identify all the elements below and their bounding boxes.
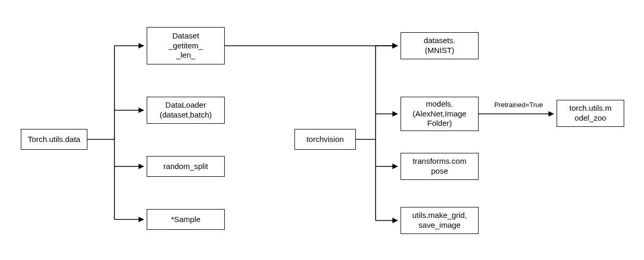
- node-utils-img: utils.make_grid, save_image: [401, 207, 479, 234]
- node-random-split: random_split: [147, 156, 225, 177]
- node-label: torch.utils.m odel_zoo: [570, 103, 612, 123]
- node-label: DataLoader (dataset,batch): [160, 100, 212, 120]
- node-label: Torch.utils.data: [28, 135, 81, 145]
- node-label: models. (AlexNet,Image Folder): [413, 99, 466, 128]
- node-label: utils.make_grid, save_image: [412, 211, 467, 230]
- edge-label-text: Pretrained=True: [494, 101, 543, 109]
- node-torch-utils-data: Torch.utils.data: [21, 129, 87, 150]
- node-label: torchvision: [306, 135, 344, 145]
- node-models: models. (AlexNet,Image Folder): [401, 97, 479, 131]
- node-label: transforms.com pose: [413, 157, 466, 176]
- diagram-canvas: Torch.utils.data Dataset _getitem_ _len_…: [0, 0, 644, 260]
- node-model-zoo: torch.utils.m odel_zoo: [557, 100, 624, 127]
- node-torchvision: torchvision: [294, 129, 356, 150]
- node-label: Dataset _getitem_ _len_: [169, 31, 203, 60]
- node-dataloader: DataLoader (dataset,batch): [147, 97, 225, 124]
- edge-label-pretrained: Pretrained=True: [494, 101, 543, 109]
- node-label: *Sample: [171, 215, 201, 225]
- node-transforms: transforms.com pose: [401, 153, 479, 180]
- node-sample: *Sample: [147, 209, 225, 230]
- node-label: random_split: [163, 162, 208, 172]
- node-datasets-mnist: datasets. (MNIST): [401, 32, 479, 59]
- node-label: datasets. (MNIST): [424, 36, 456, 56]
- node-dataset: Dataset _getitem_ _len_: [147, 27, 225, 64]
